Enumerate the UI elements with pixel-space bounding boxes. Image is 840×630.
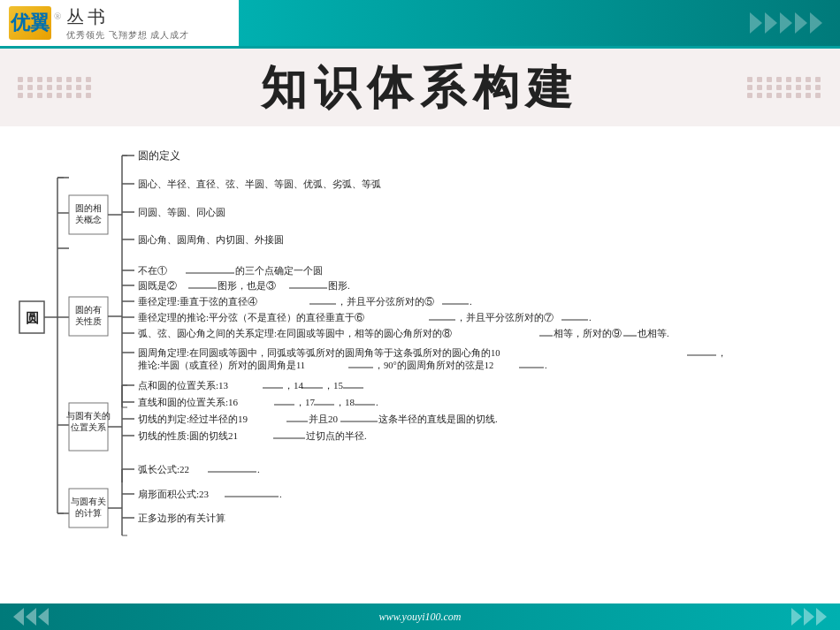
series-label: 丛书	[66, 5, 189, 29]
svg-text:位置关系: 位置关系	[71, 422, 106, 432]
svg-text:圆的有: 圆的有	[75, 305, 102, 315]
svg-text:也相等.: 也相等.	[638, 328, 669, 338]
footer-url: www.youyi100.com	[378, 611, 461, 624]
svg-text:，17: ，17	[295, 397, 316, 407]
svg-text:图形.: 图形.	[328, 280, 350, 291]
svg-text:圆既是②: 圆既是②	[138, 280, 177, 291]
svg-text:.: .	[470, 296, 472, 307]
svg-text:扇形面积公式:23: 扇形面积公式:23	[138, 489, 210, 499]
logo-text: 丛书 优秀领先 飞翔梦想 成人成才	[66, 5, 189, 42]
footer-bar: www.youyi100.com	[0, 603, 840, 630]
svg-text:弧、弦、圆心角之间的关系定理:在同圆或等圆中，相等的圆心角所: 弧、弦、圆心角之间的关系定理:在同圆或等圆中，相等的圆心角所对的⑧	[138, 328, 452, 338]
svg-text:关性质: 关性质	[75, 316, 102, 326]
footer-arrows-left	[13, 608, 49, 626]
svg-text:同圆、等圆、同心圆: 同圆、等圆、同心圆	[138, 207, 225, 217]
title-dots-left	[18, 77, 93, 98]
svg-text:.: .	[545, 361, 547, 370]
svg-text:不在①: 不在①	[138, 265, 167, 276]
arrow-3	[780, 12, 792, 34]
svg-text:圆周角定理:在同圆或等圆中，同弧或等弧所对的圆周角等于这条弧: 圆周角定理:在同圆或等圆中，同弧或等弧所对的圆周角等于这条弧所对的圆心角的10	[138, 347, 500, 358]
slogan: 优秀领先 飞翔梦想 成人成才	[66, 29, 189, 42]
svg-text:，并且平分弦所对的⑤: ，并且平分弦所对的⑤	[337, 296, 434, 307]
main-content: 圆 圆的相 关概念 圆的定义 圆心、半径、直径、弦、半圆、等圆、优弧、劣弧、等弧…	[0, 126, 840, 544]
footer-arrow-right-1	[791, 608, 802, 626]
svg-text:的三个点确定一个圆: 的三个点确定一个圆	[235, 265, 323, 276]
title-section: 知识体系构建	[0, 49, 840, 126]
logo-area: 优翼 ® 丛书 优秀领先 飞翔梦想 成人成才	[9, 5, 189, 42]
svg-text:直线和圆的位置关系:16: 直线和圆的位置关系:16	[138, 397, 239, 407]
svg-text:切线的判定:经过半径的19: 切线的判定:经过半径的19	[138, 414, 248, 424]
svg-text:圆的相: 圆的相	[75, 203, 102, 213]
svg-text:垂径定理:垂直于弦的直径④: 垂径定理:垂直于弦的直径④	[138, 296, 257, 307]
header: 优翼 ® 丛书 优秀领先 飞翔梦想 成人成才	[0, 0, 840, 49]
svg-text:切线的性质:圆的切线21: 切线的性质:圆的切线21	[138, 430, 238, 441]
header-teal-bar	[239, 0, 840, 46]
svg-text:.: .	[257, 464, 260, 474]
footer-arrow-2	[26, 608, 36, 626]
svg-text:与圆有关的: 与圆有关的	[66, 411, 111, 421]
svg-text:与圆有关: 与圆有关	[71, 497, 106, 506]
svg-text:，18: ，18	[335, 397, 355, 407]
svg-text:关概念: 关概念	[75, 215, 102, 224]
arrow-decoration	[750, 12, 822, 34]
svg-text:垂径定理的推论:平分弦（不是直径）的直径垂直于⑥: 垂径定理的推论:平分弦（不是直径）的直径垂直于⑥	[138, 312, 364, 323]
knowledge-diagram: 圆 圆的相 关概念 圆的定义 圆心、半径、直径、弦、半圆、等圆、优弧、劣弧、等弧…	[18, 133, 822, 540]
svg-text:的计算: 的计算	[75, 508, 102, 518]
arrow-5	[810, 12, 822, 34]
arrow-2	[765, 12, 777, 34]
svg-text:并且20: 并且20	[309, 414, 339, 424]
svg-text:过切点的半径.: 过切点的半径.	[306, 430, 367, 441]
footer-arrow-3	[38, 608, 49, 626]
footer-arrow-right-3	[816, 608, 827, 626]
svg-text:圆心、半径、直径、弦、半圆、等圆、优弧、劣弧、等弧: 圆心、半径、直径、弦、半圆、等圆、优弧、劣弧、等弧	[138, 178, 381, 189]
svg-text:这条半径的直线是圆的切线.: 这条半径的直线是圆的切线.	[378, 414, 498, 424]
footer-arrows-right	[791, 608, 827, 626]
svg-text:相等，所对的⑨: 相等，所对的⑨	[554, 328, 622, 338]
svg-text:，90°的圆周角所对的弦是12: ，90°的圆周角所对的弦是12	[374, 360, 493, 370]
title-dots-right	[747, 77, 822, 98]
logo-icon: 优翼 ®	[9, 6, 61, 40]
svg-text:圆: 圆	[26, 310, 39, 325]
svg-text:图形，也是③: 图形，也是③	[218, 280, 276, 291]
svg-text:点和圆的位置关系:13: 点和圆的位置关系:13	[138, 380, 229, 391]
main-title: 知识体系构建	[0, 57, 840, 119]
svg-text:圆的定义: 圆的定义	[138, 149, 180, 161]
arrow-1	[750, 12, 762, 34]
svg-text:，并且平分弦所对的⑦: ，并且平分弦所对的⑦	[456, 312, 554, 323]
svg-text:圆心角、圆周角、内切圆、外接圆: 圆心角、圆周角、内切圆、外接圆	[138, 234, 284, 245]
svg-text:.: .	[589, 312, 592, 323]
svg-text:，14: ，14	[284, 380, 304, 391]
footer-arrow-1	[13, 608, 24, 626]
arrow-4	[795, 12, 807, 34]
svg-text:推论:半圆（或直径）所对的圆周角是11: 推论:半圆（或直径）所对的圆周角是11	[138, 360, 305, 370]
svg-text:.: .	[279, 489, 282, 499]
logo-reg: ®	[54, 11, 61, 21]
svg-text:，: ，	[717, 348, 727, 358]
svg-text:正多边形的有关计算: 正多边形的有关计算	[138, 512, 225, 523]
svg-text:，15: ，15	[324, 380, 344, 391]
footer-arrow-right-2	[804, 608, 814, 626]
svg-text:弧长公式:22: 弧长公式:22	[138, 464, 189, 474]
svg-text:.: .	[376, 397, 378, 407]
